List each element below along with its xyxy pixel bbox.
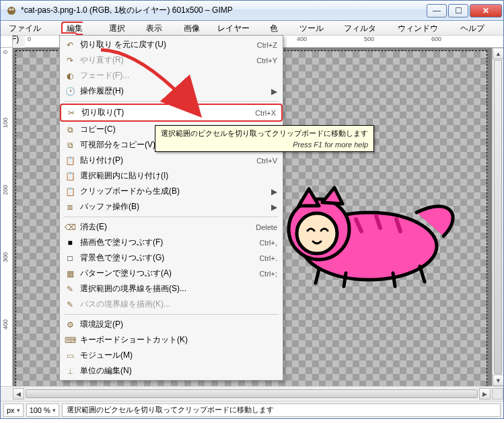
- menu-item-shortcut: Ctrl+,: [259, 239, 277, 247]
- menu-item[interactable]: ▭モジュール(M): [60, 348, 283, 363]
- menu-view[interactable]: 表示(V): [141, 21, 178, 35]
- menu-item[interactable]: 📋クリップボードから生成(B)▶: [60, 184, 283, 199]
- menu-item-shortcut: Ctrl+Z: [257, 41, 277, 49]
- scroll-right-button[interactable]: ▶: [479, 388, 491, 399]
- menu-item-label: フェード(F)...: [77, 70, 277, 81]
- menu-item[interactable]: ⟂単位の編集(N): [60, 363, 283, 379]
- menubar[interactable]: ファイル(F) 編集(E) 選択(S) 表示(V) 画像(I) レイヤー(L) …: [1, 21, 503, 36]
- units-icon: ⟂: [63, 367, 77, 376]
- menu-item: ◐フェード(F)...: [60, 68, 283, 83]
- menu-item-label: キーボードショートカット(K): [77, 334, 277, 346]
- menu-item[interactable]: ✎選択範囲の境界線を描画(S)...: [60, 281, 283, 297]
- fade-icon: ◐: [63, 71, 77, 81]
- submenu-arrow-icon: ▶: [267, 187, 277, 196]
- scroll-thumb-horizontal[interactable]: [26, 389, 478, 398]
- svg-point-1: [9, 8, 11, 10]
- menu-select[interactable]: 選択(S): [104, 21, 141, 35]
- menu-item[interactable]: □背景色で塗りつぶす(G)Ctrl+.: [60, 250, 283, 266]
- menu-item[interactable]: ≣バッファ操作(B)▶: [60, 199, 283, 215]
- menu-item-label: パターンで塗りつぶす(A): [77, 268, 259, 279]
- stroke-sel-icon: ✎: [63, 284, 77, 294]
- menu-edit[interactable]: 編集(E): [56, 21, 104, 35]
- menu-item-shortcut: Delete: [256, 223, 277, 231]
- minimize-button[interactable]: —: [427, 4, 447, 17]
- menu-item-label: 選択範囲内に貼り付け(I): [77, 170, 277, 182]
- menu-item-label: バッファ操作(B): [77, 201, 267, 213]
- menu-item-label: 消去(E): [77, 221, 256, 233]
- close-button[interactable]: ✕: [470, 4, 502, 17]
- menu-item[interactable]: 📋選択範囲内に貼り付け(I): [60, 168, 283, 184]
- menu-filters[interactable]: フィルタ(R): [338, 21, 392, 35]
- stroke-path-icon: ✎: [63, 300, 77, 309]
- menu-item[interactable]: ⚙環境設定(P): [60, 317, 283, 332]
- menu-colors[interactable]: 色(C): [264, 21, 294, 35]
- undo-icon: ↶: [63, 40, 77, 50]
- zoom-selector[interactable]: 100 %: [26, 403, 59, 417]
- copy-visible-icon: ⧉: [63, 141, 77, 150]
- menu-windows[interactable]: ウィンドウ(W): [392, 21, 456, 35]
- status-message: 選択範囲のピクセルを切り取ってクリップボードに移動します: [62, 403, 501, 417]
- menu-item-label: 切り取り(T): [79, 107, 255, 118]
- clipboard-icon: 📋: [63, 187, 77, 196]
- menu-item-label: やり直す(R): [77, 54, 256, 66]
- edit-menu-dropdown: ↶切り取り を元に戻す(U)Ctrl+Z↷やり直す(R)Ctrl+Y◐フェード(…: [59, 35, 283, 381]
- scrollbar-vertical[interactable]: ▲ ▼: [492, 48, 503, 386]
- menu-tools[interactable]: ツール(T): [294, 21, 338, 35]
- menu-file[interactable]: ファイル(F): [3, 21, 56, 35]
- menu-help[interactable]: ヘルプ(H): [455, 21, 501, 35]
- unit-selector[interactable]: px: [3, 403, 24, 417]
- menu-item-label: 描画色で塗りつぶす(F): [77, 237, 259, 248]
- menu-image[interactable]: 画像(I): [178, 21, 213, 35]
- scroll-left-button[interactable]: ◀: [13, 388, 24, 399]
- menu-item[interactable]: 🕑操作履歴(H)▶: [60, 83, 283, 99]
- titlebar[interactable]: *cat-pas-3.png-1.0 (RGB, 1枚のレイヤー) 601x50…: [1, 1, 503, 21]
- scrollbar-horizontal[interactable]: ◀ ▶: [1, 386, 503, 401]
- menu-item[interactable]: ■描画色で塗りつぶす(F)Ctrl+,: [60, 235, 283, 250]
- paste-into-icon: 📋: [63, 171, 77, 181]
- app-icon: [6, 5, 17, 16]
- menu-item[interactable]: ▦パターンで塗りつぶす(A)Ctrl+;: [60, 266, 283, 281]
- menu-item-label: 切り取り を元に戻す(U): [77, 39, 257, 50]
- svg-point-0: [7, 7, 15, 15]
- buffer-icon: ≣: [63, 202, 77, 212]
- fill-pattern-icon: ▦: [63, 269, 77, 278]
- menu-item-label: 選択範囲の境界線を描画(S)...: [77, 283, 277, 295]
- menu-item-shortcut: Ctrl+;: [259, 270, 277, 278]
- ruler-corner: [1, 36, 13, 48]
- svg-point-2: [12, 8, 14, 10]
- menu-item-label: 単位の編集(N): [77, 365, 277, 377]
- tooltip-text: 選択範囲のピクセルを切り取ってクリップボードに移動します: [161, 128, 368, 139]
- prefs-icon: ⚙: [63, 320, 77, 330]
- copy-icon: ⧉: [63, 125, 77, 134]
- ruler-vertical[interactable]: 0 100 200 300 400: [1, 48, 13, 386]
- fill-fg-icon: ■: [63, 238, 77, 247]
- menu-separator: [64, 314, 279, 315]
- menu-item: ✎パスの境界線を描画(K)...: [60, 297, 283, 312]
- menu-separator: [64, 101, 279, 102]
- nav-preview-button[interactable]: [492, 388, 503, 399]
- tooltip: 選択範囲のピクセルを切り取ってクリップボードに移動します Press F1 fo…: [155, 125, 374, 152]
- keyboard-icon: ⌨: [63, 336, 77, 345]
- menu-item[interactable]: 📋貼り付け(P)Ctrl+V: [60, 153, 283, 168]
- scroll-thumb-vertical[interactable]: [494, 60, 502, 374]
- menu-layer[interactable]: レイヤー(L): [212, 21, 264, 35]
- window-title: *cat-pas-3.png-1.0 (RGB, 1枚のレイヤー) 601x50…: [21, 5, 427, 16]
- tooltip-help: Press F1 for more help: [161, 141, 368, 149]
- maximize-button[interactable]: ☐: [448, 4, 468, 17]
- history-icon: 🕑: [63, 87, 77, 96]
- menu-item[interactable]: ✂切り取り(T)Ctrl+X: [60, 104, 283, 122]
- menu-item-shortcut: Ctrl+Y: [256, 56, 277, 65]
- canvas-artwork: [282, 182, 470, 297]
- menu-item[interactable]: ⌫消去(E)Delete: [60, 219, 283, 235]
- fill-bg-icon: □: [63, 254, 77, 263]
- cut-icon: ✂: [64, 108, 79, 118]
- svg-point-5: [297, 213, 337, 254]
- menu-item[interactable]: ⌨キーボードショートカット(K): [60, 332, 283, 348]
- menu-item[interactable]: ↶切り取り を元に戻す(U)Ctrl+Z: [60, 37, 283, 52]
- redo-icon: ↷: [63, 56, 77, 65]
- scroll-down-button[interactable]: ▼: [493, 375, 503, 386]
- statusbar: px 100 % 選択範囲のピクセルを切り取ってクリップボードに移動します: [1, 401, 503, 418]
- scroll-up-button[interactable]: ▲: [493, 48, 503, 59]
- paste-icon: 📋: [63, 156, 77, 165]
- menu-item-label: 環境設定(P): [77, 319, 277, 330]
